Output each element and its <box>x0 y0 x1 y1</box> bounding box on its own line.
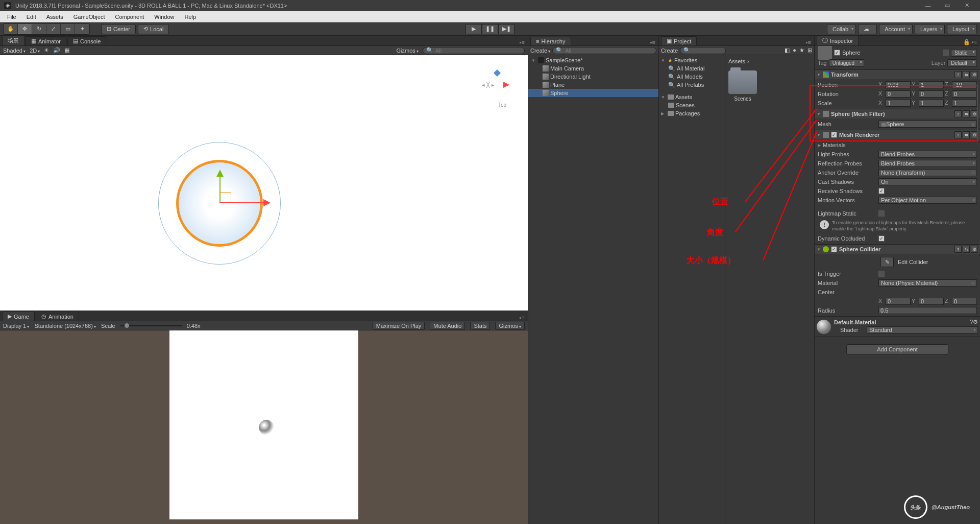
space-toggle[interactable]: ⟲Local <box>138 24 169 34</box>
move-tool[interactable]: ✥ <box>18 24 32 34</box>
tab-console[interactable]: ▤Console <box>67 36 106 45</box>
menu-window[interactable]: Window <box>149 13 179 21</box>
materials-foldout[interactable]: Materials <box>823 142 846 148</box>
rot-y[interactable]: 0 <box>919 90 944 98</box>
menu-file[interactable]: File <box>2 13 21 21</box>
aspect-dropdown[interactable]: Standalone (1024x768) <box>34 323 96 329</box>
stats-button[interactable]: Stats <box>470 322 490 330</box>
folder-scenes[interactable] <box>728 70 757 94</box>
menu-edit[interactable]: Edit <box>21 13 41 21</box>
multi-tool[interactable]: ✦ <box>75 24 89 34</box>
type-icon[interactable]: ● <box>793 47 796 54</box>
step-button[interactable]: ▶❚ <box>498 24 514 34</box>
fav-prefabs[interactable]: 🔍All Prefabs <box>659 81 725 89</box>
cast-dropdown[interactable]: On <box>878 178 977 185</box>
scene-root[interactable]: ▼SampleScene* <box>528 56 658 64</box>
edit-collider-button[interactable]: ✎ <box>880 257 894 267</box>
tab-project[interactable]: ▣Project <box>661 36 697 45</box>
object-name-field[interactable]: Sphere <box>842 50 941 56</box>
lightmapstatic-checkbox[interactable] <box>878 210 885 217</box>
pause-button[interactable]: ❚❚ <box>482 24 498 34</box>
game-gizmos[interactable]: Gizmos <box>495 322 525 330</box>
tag-dropdown[interactable]: Untagged <box>829 59 864 67</box>
play-button[interactable]: ▶ <box>465 24 482 34</box>
breadcrumb[interactable]: Assets› <box>728 57 811 65</box>
mute-audio[interactable]: Mute Audio <box>430 322 465 330</box>
services-button[interactable]: ☁ <box>858 24 877 34</box>
display-dropdown[interactable]: Display 1 <box>3 323 29 329</box>
tab-animator[interactable]: ▦Animator <box>26 36 66 45</box>
layout-dropdown[interactable]: Layout <box>947 24 977 34</box>
tab-animation[interactable]: ◷Animation <box>36 312 79 321</box>
maximize-on-play[interactable]: Maximize On Play <box>373 322 425 330</box>
fav-materials[interactable]: 🔍All Material <box>659 64 725 73</box>
create-dropdown[interactable]: Create <box>530 47 550 54</box>
gizmos-dropdown[interactable]: Gizmos <box>396 47 419 54</box>
project-create[interactable]: Create <box>661 47 678 54</box>
add-component-button[interactable]: Add Component <box>846 344 948 354</box>
audio-toggle[interactable]: 🔊 <box>53 47 60 54</box>
project-options[interactable]: ▪≡ <box>803 39 814 45</box>
tab-game[interactable]: ▶Game <box>2 312 35 321</box>
gear-icon[interactable]: ⚙ <box>973 319 978 325</box>
gameobject-icon[interactable] <box>818 46 832 60</box>
pivot-toggle[interactable]: ⊞Center <box>101 24 136 34</box>
rot-z[interactable]: 0 <box>952 90 977 98</box>
rot-x[interactable]: 0 <box>886 90 911 98</box>
lightprobes-dropdown[interactable]: Blend Probes <box>878 151 977 158</box>
scale-x[interactable]: 1 <box>886 100 911 107</box>
tab-scene[interactable]: 场景 <box>2 35 24 45</box>
gear-icon[interactable]: ⚙ <box>971 131 978 138</box>
renderer-enabled[interactable]: ✓ <box>831 132 837 138</box>
favorites-root[interactable]: ▼★Favorites <box>659 56 725 64</box>
help-button[interactable]: ? <box>954 71 962 78</box>
hierarchy-plane[interactable]: Plane <box>528 81 658 89</box>
preset-button[interactable]: ⇆ <box>963 131 970 138</box>
fx-toggle[interactable]: ▦ <box>64 47 69 54</box>
gizmo-z-icon[interactable]: ◂ ╳ ▸ <box>482 82 495 88</box>
shading-mode[interactable]: Shaded <box>3 47 26 54</box>
y-axis-handle[interactable] <box>219 175 220 203</box>
active-checkbox[interactable]: ✓ <box>834 50 840 56</box>
orientation-gizmo[interactable]: ◂ ╳ ▸ <box>482 70 512 101</box>
x-axis-handle[interactable] <box>220 202 263 203</box>
maximize-button[interactable]: ▭ <box>938 1 957 10</box>
menu-gameobject[interactable]: GameObject <box>68 13 110 21</box>
help-button[interactable]: ? <box>954 131 962 138</box>
preset-button[interactable]: ⇆ <box>963 246 970 253</box>
filter-icon[interactable]: ◧ <box>785 47 790 54</box>
hierarchy-light[interactable]: Directional Light <box>528 73 658 81</box>
preset-button[interactable]: ⇆ <box>963 110 970 117</box>
x-axis-arrow-icon[interactable] <box>263 199 271 206</box>
gear-icon[interactable]: ⚙ <box>971 71 978 78</box>
2d-toggle[interactable]: 2D <box>30 47 40 54</box>
scale-tool[interactable]: ⤢ <box>46 24 61 34</box>
menu-help[interactable]: Help <box>179 13 201 21</box>
menu-component[interactable]: Component <box>110 13 149 21</box>
center-y[interactable]: 0 <box>919 298 944 305</box>
scale-slider[interactable] <box>120 325 182 326</box>
radius-field[interactable]: 0.5 <box>878 307 977 314</box>
scene-view[interactable]: ◂ ╳ ▸ Top <box>0 55 528 311</box>
preset-button[interactable]: ⇆ <box>963 71 970 78</box>
inspector-options[interactable]: 🔒 ▪≡ <box>960 39 980 45</box>
mesh-field[interactable]: ▦ Sphere <box>878 121 977 128</box>
account-dropdown[interactable]: Account <box>879 24 913 34</box>
tab-options[interactable]: ▪≡ <box>517 39 528 45</box>
center-z[interactable]: 0 <box>952 298 977 305</box>
static-dropdown[interactable]: Static <box>951 49 977 57</box>
rotate-tool[interactable]: ↻ <box>32 24 46 34</box>
collab-dropdown[interactable]: Collab <box>827 24 856 34</box>
label-icon[interactable]: ★ <box>799 47 804 54</box>
minimize-button[interactable]: — <box>919 1 937 10</box>
hand-tool[interactable]: ✋ <box>4 24 18 34</box>
menu-assets[interactable]: Assets <box>41 13 68 21</box>
gizmo-x-icon[interactable] <box>503 82 509 88</box>
tab-inspector[interactable]: ⓘInspector <box>817 35 859 45</box>
hierarchy-camera[interactable]: Main Camera <box>528 64 658 73</box>
light-toggle[interactable]: ☀ <box>44 47 49 54</box>
pos-z[interactable]: -10 <box>952 81 977 88</box>
physmat-field[interactable]: None (Physic Material) <box>878 279 977 287</box>
help-button[interactable]: ? <box>954 110 962 117</box>
gizmo-plane[interactable] <box>220 192 231 203</box>
